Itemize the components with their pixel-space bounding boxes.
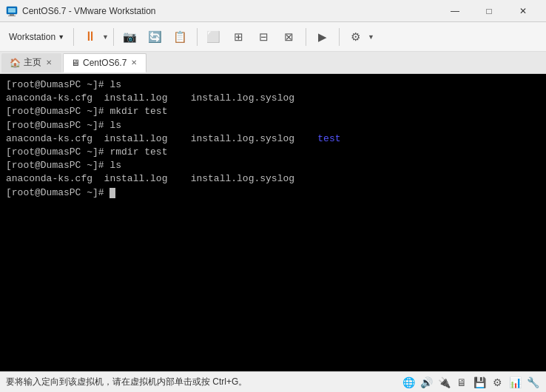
term-line-3: [root@DumasPC ~]# mkdir test (6, 105, 540, 118)
hdd-status-icon[interactable]: 💾 (472, 375, 487, 390)
full-screen-button[interactable]: ⬜ (202, 26, 226, 48)
console-icon: ▶ (318, 30, 327, 44)
tab-home-icon: 🏠 (10, 58, 21, 68)
window-view-icon: ⊠ (284, 30, 294, 44)
window-controls: — □ ✕ (438, 0, 540, 22)
toolbar-separator-4 (306, 28, 306, 46)
unity-button[interactable]: ⊞ (227, 26, 251, 48)
toolbar-separator-2 (113, 28, 114, 46)
snapshot-icon: 📷 (123, 30, 137, 44)
window-title: CentOS6.7 - VMware Workstation (22, 6, 438, 16)
tab-centos-close[interactable]: ✕ (129, 58, 138, 67)
term-line-1: [root@DumasPC ~]# ls (6, 78, 540, 92)
terminal-area[interactable]: [root@DumasPC ~]# ls anaconda-ks.cfg ins… (0, 74, 546, 371)
preferences-button[interactable]: ⚙ (344, 26, 368, 48)
split-view-button[interactable]: ⊟ (252, 26, 276, 48)
tab-centos-label: CentOS6.7 (83, 58, 127, 68)
pause-button[interactable]: ⏸ (78, 26, 102, 48)
split-view-icon: ⊟ (259, 30, 269, 44)
workstation-menu-button[interactable]: Workstation ▼ (4, 26, 69, 48)
toolbar-separator-5 (339, 28, 340, 46)
console-button[interactable]: ▶ (311, 26, 334, 48)
workstation-label: Workstation (9, 32, 55, 42)
minimize-button[interactable]: — (438, 0, 472, 22)
svg-rect-2 (10, 14, 14, 16)
sound-status-icon[interactable]: 🔊 (419, 375, 434, 390)
preferences-icon: ⚙ (351, 30, 360, 44)
maximize-button[interactable]: □ (472, 0, 506, 22)
unity-icon: ⊞ (234, 30, 243, 44)
display-status-icon[interactable]: 🖥 (454, 375, 469, 390)
toolbar: Workstation ▼ ⏸ ▼ 📷 🔄 📋 ⬜ ⊞ ⊟ ⊠ ▶ ⚙ ▼ (0, 22, 546, 52)
title-bar: CentOS6.7 - VMware Workstation — □ ✕ (0, 0, 546, 22)
toolbar-separator-3 (197, 28, 198, 46)
ram-status-icon[interactable]: 📊 (508, 375, 522, 390)
revert-icon: 🔄 (148, 30, 162, 44)
status-text: 要将输入定向到该虚拟机，请在虚拟机内部单击或按 Ctrl+G。 (6, 376, 401, 388)
tab-home[interactable]: 🏠 主页 ✕ (1, 53, 61, 72)
full-screen-icon: ⬜ (206, 30, 220, 44)
usb-status-icon[interactable]: 🔌 (437, 375, 451, 390)
term-line-9: [root@DumasPC ~]# (6, 186, 540, 200)
svg-rect-3 (8, 16, 16, 16)
app-icon (6, 5, 18, 17)
network-status-icon[interactable]: 🌐 (401, 375, 416, 390)
close-button[interactable]: ✕ (506, 0, 540, 22)
tab-bar: 🏠 主页 ✕ 🖥 CentOS6.7 ✕ (0, 52, 546, 74)
snapshot-button[interactable]: 📷 (118, 26, 142, 48)
pause-icon: ⏸ (84, 29, 97, 44)
svg-rect-1 (8, 8, 16, 13)
term-line-5: anaconda-ks.cfg install.log install.log.… (6, 132, 540, 146)
term-line-8: anaconda-ks.cfg install.log install.log.… (6, 172, 540, 186)
term-line-7: [root@DumasPC ~]# ls (6, 159, 540, 172)
tab-home-label: 主页 (24, 56, 41, 69)
cpu-status-icon[interactable]: ⚙ (490, 375, 505, 390)
preferences-dropdown-icon: ▼ (368, 33, 374, 41)
tab-centos-icon: 🖥 (71, 58, 80, 68)
term-line-4: [root@DumasPC ~]# ls (6, 119, 540, 132)
status-bar: 要将输入定向到该虚拟机，请在虚拟机内部单击或按 Ctrl+G。 🌐 🔊 🔌 🖥 … (0, 371, 546, 392)
tab-home-close[interactable]: ✕ (44, 58, 53, 67)
term-highlight-test: test (317, 133, 340, 144)
status-icons: 🌐 🔊 🔌 🖥 💾 ⚙ 📊 🔧 (401, 375, 540, 390)
revert-button[interactable]: 🔄 (144, 26, 167, 48)
cursor (109, 188, 115, 198)
workstation-dropdown-icon: ▼ (58, 33, 64, 41)
toolbar-separator-1 (73, 28, 74, 46)
tab-centos[interactable]: 🖥 CentOS6.7 ✕ (63, 53, 146, 72)
settings-status-icon[interactable]: 🔧 (525, 375, 540, 390)
term-line-2: anaconda-ks.cfg install.log install.log.… (6, 92, 540, 105)
manage-snapshots-icon: 📋 (173, 30, 187, 44)
pause-dropdown-icon: ▼ (102, 33, 109, 41)
term-line-6: [root@DumasPC ~]# rmdir test (6, 146, 540, 159)
window-view-button[interactable]: ⊠ (277, 26, 301, 48)
manage-snapshots-button[interactable]: 📋 (169, 26, 192, 48)
